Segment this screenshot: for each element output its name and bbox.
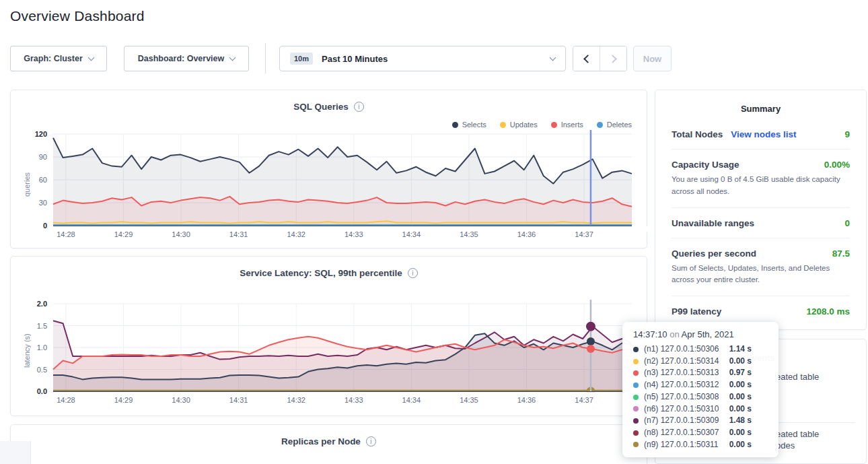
- tooltip-time: 14:37:10: [633, 329, 667, 339]
- tooltip-node-value: 0.00 s: [729, 439, 769, 451]
- controls-divider: [265, 43, 266, 73]
- now-button[interactable]: Now: [633, 46, 672, 71]
- summary-row-capacity: Capacity Usage 0.00% You are using 0 B o…: [672, 150, 850, 208]
- capacity-label: Capacity Usage: [672, 160, 739, 170]
- tooltip-node-row: (n3) 127.0.0.1:503130.97 s: [633, 367, 769, 379]
- legend-dot-icon: [452, 122, 458, 128]
- svg-text:14:31: 14:31: [229, 396, 248, 404]
- tooltip-rows: (n1) 127.0.0.1:503061.14 s(n2) 127.0.0.1…: [633, 343, 769, 451]
- tooltip-node-row: (n4) 127.0.0.1:503120.00 s: [633, 379, 769, 391]
- service-latency-title: Service Latency: SQL, 99th percentile: [240, 268, 402, 278]
- chevron-down-icon: [550, 54, 556, 61]
- tooltip-node-value: 0.97 s: [729, 367, 769, 379]
- chevron-left-icon: [583, 55, 592, 63]
- tooltip-node-address: (n6) 127.0.0.1:50310: [644, 403, 719, 416]
- unavailable-ranges-label: Unavailable ranges: [672, 218, 754, 228]
- svg-text:2.0: 2.0: [37, 300, 47, 308]
- sql-legend: SelectsUpdatesInsertsDeletes: [452, 121, 632, 129]
- svg-text:0: 0: [43, 222, 47, 230]
- qps-desc: Sum of Selects, Updates, Inserts, and De…: [672, 263, 850, 287]
- dashboard-dropdown-label: Dashboard: Overview: [138, 54, 225, 63]
- svg-text:1.5: 1.5: [37, 322, 47, 330]
- svg-text:90: 90: [39, 153, 47, 161]
- svg-text:60: 60: [39, 176, 47, 184]
- time-range-badge: 10m: [290, 53, 313, 65]
- svg-text:14:35: 14:35: [460, 230, 478, 238]
- node-color-dot-icon: [633, 359, 639, 364]
- info-icon[interactable]: [408, 268, 418, 278]
- tooltip-node-row: (n2) 127.0.0.1:503140.00 s: [633, 356, 769, 368]
- tooltip-node-address: (n1) 127.0.0.1:50306: [644, 343, 719, 356]
- replicas-per-node-card: Replicas per Node: [10, 424, 647, 464]
- tooltip-node-address: (n8) 127.0.0.1:50307: [644, 427, 719, 439]
- svg-text:14:37: 14:37: [575, 396, 593, 404]
- tooltip-node-value: 0.00 s: [729, 391, 769, 403]
- time-range-picker[interactable]: 10m Past 10 Minutes: [279, 46, 566, 71]
- svg-text:30: 30: [39, 199, 47, 207]
- overview-dashboard-page: Overview Dashboard Graph: Cluster Dashbo…: [0, 0, 868, 464]
- svg-text:0.0: 0.0: [37, 387, 47, 395]
- tooltip-node-value: 0.00 s: [729, 427, 769, 439]
- capacity-desc: You are using 0 B of 4.5 GiB usable disk…: [672, 174, 850, 198]
- p99-latency-value: 1208.0 ms: [806, 306, 850, 317]
- node-color-dot-icon: [633, 383, 639, 388]
- svg-text:14:29: 14:29: [114, 230, 133, 238]
- event-item-fragment[interactable]: eated table: [776, 429, 819, 439]
- tooltip-node-value: 1.48 s: [729, 415, 769, 427]
- node-color-dot-icon: [633, 442, 639, 447]
- tooltip-node-row: (n9) 127.0.0.1:503110.00 s: [633, 439, 769, 451]
- qps-value: 87.5: [832, 248, 850, 259]
- legend-dot-icon: [597, 122, 603, 128]
- page-corner-shade: [0, 441, 31, 464]
- legend-item-selects[interactable]: Selects: [452, 121, 486, 129]
- tooltip-node-address: (n9) 127.0.0.1:50311: [644, 439, 719, 451]
- view-nodes-list-link[interactable]: View nodes list: [731, 129, 796, 139]
- tooltip-node-value: 0.00 s: [729, 356, 769, 368]
- node-color-dot-icon: [633, 370, 639, 376]
- unavailable-ranges-value: 0: [844, 218, 850, 228]
- tooltip-date: Apr 5th, 2021: [682, 329, 734, 339]
- tooltip-node-address: (n4) 127.0.0.1:50312: [644, 379, 719, 391]
- svg-text:14:31: 14:31: [229, 230, 248, 238]
- tooltip-node-address: (n5) 127.0.0.1:50308: [644, 391, 719, 403]
- event-item-fragment[interactable]: odes: [776, 440, 795, 451]
- sql-queries-chart[interactable]: 030609012014:2814:2914:3014:3114:3214:33…: [11, 125, 648, 248]
- legend-item-updates[interactable]: Updates: [500, 121, 538, 129]
- info-icon[interactable]: [354, 102, 364, 112]
- legend-label: Selects: [462, 121, 486, 129]
- svg-text:14:29: 14:29: [114, 396, 133, 404]
- info-icon[interactable]: [366, 436, 376, 446]
- time-next-button[interactable]: [600, 46, 626, 71]
- svg-text:14:36: 14:36: [517, 396, 536, 404]
- total-nodes-value: 9: [844, 129, 850, 139]
- replicas-title-row: Replicas per Node: [11, 425, 647, 446]
- svg-text:14:37: 14:37: [575, 230, 593, 238]
- sql-queries-card: SQL Queries SelectsUpdatesInsertsDeletes…: [10, 90, 647, 248]
- chevron-down-icon: [229, 54, 236, 61]
- chart-tooltip: 14:37:10 on Apr 5th, 2021 (n1) 127.0.0.1…: [622, 322, 779, 457]
- summary-row-qps: Queries per second 87.5 Sum of Selects, …: [672, 238, 850, 297]
- graph-dropdown[interactable]: Graph: Cluster: [10, 46, 107, 71]
- replicas-title: Replicas per Node: [281, 436, 361, 446]
- service-latency-chart[interactable]: 0.00.51.01.52.014:2814:2914:3014:3114:32…: [11, 288, 648, 413]
- svg-text:14:36: 14:36: [517, 230, 536, 238]
- tooltip-node-row: (n1) 127.0.0.1:503061.14 s: [633, 343, 769, 356]
- dashboard-dropdown[interactable]: Dashboard: Overview: [124, 46, 249, 71]
- legend-item-inserts[interactable]: Inserts: [551, 121, 583, 129]
- legend-item-deletes[interactable]: Deletes: [597, 121, 632, 129]
- time-prev-button[interactable]: [573, 46, 600, 71]
- tooltip-node-row: (n7) 127.0.0.1:503091.48 s: [633, 415, 769, 427]
- tooltip-node-row: (n6) 127.0.0.1:503100.00 s: [633, 403, 769, 416]
- svg-text:14:34: 14:34: [402, 230, 421, 238]
- svg-text:14:32: 14:32: [287, 230, 305, 238]
- total-nodes-label: Total Nodes: [672, 129, 723, 139]
- tooltip-node-value: 1.14 s: [729, 343, 769, 356]
- event-item-fragment[interactable]: eated table: [776, 372, 819, 382]
- svg-text:0.5: 0.5: [37, 366, 47, 374]
- tooltip-node-address: (n2) 127.0.0.1:50314: [644, 356, 719, 368]
- qps-label: Queries per second: [672, 248, 756, 259]
- node-color-dot-icon: [633, 395, 639, 400]
- tooltip-header: 14:37:10 on Apr 5th, 2021: [633, 329, 769, 339]
- tooltip-connector: on: [670, 329, 679, 339]
- svg-text:14:34: 14:34: [402, 396, 421, 404]
